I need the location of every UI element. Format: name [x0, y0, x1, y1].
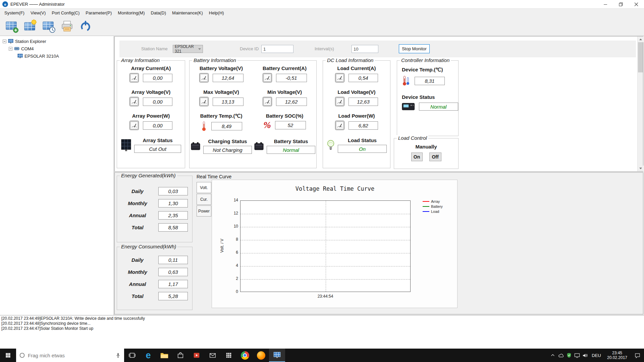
tree-item-label: Station Explorer [15, 39, 46, 44]
energy-consumed-daily-value: 0,11 [158, 256, 188, 264]
gridline [240, 227, 410, 227]
minimize-button[interactable] [598, 0, 613, 8]
y-tick: 4 [228, 263, 238, 268]
movies-app-icon [193, 352, 200, 359]
gauge-icon [199, 97, 209, 106]
restore-button[interactable] [613, 0, 629, 8]
firefox-button[interactable] [253, 349, 269, 362]
tab-power[interactable]: Power [197, 205, 211, 217]
tray-defender-button[interactable] [565, 349, 573, 362]
station-name-label: Station Name [141, 46, 168, 51]
battery-status-value: Normal [267, 146, 315, 154]
legend-swatch-battery [423, 206, 429, 207]
tray-cloud-button[interactable] [557, 349, 565, 362]
gauge-icon [129, 73, 139, 82]
movies-app-button[interactable] [189, 349, 205, 362]
array-power-value: 0,00 [143, 121, 172, 130]
gauge-icon [129, 121, 139, 130]
tree-item-epsolar-3210a[interactable]: EPSOLAR 3210A [0, 52, 114, 60]
array-power-metric: Array Power(W) 0,00 [117, 113, 185, 130]
station-name-dropdown[interactable]: EPSOLAR 321 [173, 45, 203, 53]
taskbar-search[interactable] [16, 349, 124, 362]
monitor-panel: Station Name EPSOLAR 321 Device ID Inter… [114, 36, 643, 172]
menu-data[interactable]: Data(D) [148, 9, 169, 17]
chart-title: Voltage Real Time Curve [212, 185, 458, 192]
tree-item-com4[interactable]: COM4 [0, 45, 114, 52]
group-title: Load Control [397, 135, 428, 141]
close-button[interactable] [629, 0, 644, 8]
station-monitor-button[interactable] [22, 18, 38, 34]
start-button[interactable] [0, 349, 16, 362]
menu-maintenance[interactable]: Maintenance(K) [169, 9, 206, 17]
power-button[interactable] [78, 18, 93, 34]
device-temp-value: 8,31 [415, 77, 445, 85]
search-input[interactable] [28, 353, 112, 358]
solar-panel-icon [121, 139, 131, 152]
chrome-button[interactable] [237, 349, 253, 362]
shield-icon [567, 353, 572, 358]
device-id-input[interactable] [261, 45, 293, 53]
load-on-button[interactable]: On [411, 153, 423, 161]
energy-row: Annual 2,35 [117, 211, 192, 220]
load-off-button[interactable]: Off [429, 153, 441, 161]
battery-temp-value: 8,49 [211, 122, 242, 130]
window-title: EPEVER —— Administrator [10, 2, 65, 7]
clock-time: 23:45 [604, 351, 631, 355]
controller-icon [402, 103, 415, 111]
max-voltage-value: 13,13 [213, 98, 244, 106]
energy-row: Daily 0,11 [117, 256, 192, 264]
tab-cur[interactable]: Cur. [197, 194, 211, 205]
chevron-up-icon [550, 353, 555, 358]
taskbar: e DEU 23:45 20 [0, 349, 644, 362]
mail-app-button[interactable] [205, 349, 221, 362]
energy-consumed-group: Energy Consumed(kWh) Daily 0,11 Monthly … [117, 247, 193, 310]
battery-soc-metric: Battery SOC(%) % 52 [253, 113, 316, 130]
interval-input[interactable] [352, 45, 378, 53]
add-station-button[interactable] [4, 18, 19, 34]
group-title: Array Information [120, 57, 161, 63]
stop-monitor-button[interactable]: Stop Monitor [399, 44, 430, 53]
microphone-icon[interactable] [115, 352, 121, 358]
gridline [240, 240, 410, 240]
menu-system[interactable]: System(F) [1, 9, 28, 17]
menu-parameter[interactable]: Parameter(P) [83, 9, 115, 17]
collapse-icon[interactable] [9, 47, 12, 51]
file-explorer-button[interactable] [156, 349, 172, 362]
menu-view[interactable]: View(V) [28, 9, 49, 17]
interval-label: Interval(s) [315, 46, 334, 51]
app-grid-button[interactable] [221, 349, 237, 362]
legend-entry: Battery [423, 204, 443, 208]
power-icon [78, 19, 93, 33]
tray-expand-button[interactable] [549, 349, 557, 362]
y-tick: 2 [228, 276, 238, 281]
edge-button[interactable]: e [140, 349, 156, 362]
cloud-icon [558, 353, 564, 358]
menu-port-config[interactable]: Port Config(C) [49, 9, 83, 17]
tray-volume-button[interactable] [581, 349, 589, 362]
language-indicator[interactable]: DEU [589, 353, 604, 358]
menu-monitoring[interactable]: Monitoring(M) [115, 9, 148, 17]
array-status-value: Cut Out [134, 145, 181, 153]
battery-current-metric: Battery Current(A) -0,51 [253, 65, 316, 82]
scroll-up-button[interactable] [638, 37, 643, 42]
epever-app-button[interactable] [269, 349, 285, 362]
tree-item-station-explorer[interactable]: Station Explorer [0, 38, 114, 45]
task-view-button[interactable] [124, 349, 140, 362]
print-button[interactable] [59, 18, 75, 34]
gauge-icon [263, 73, 272, 82]
action-center-button[interactable] [631, 349, 644, 362]
taskbar-clock[interactable]: 23:45 20.02.2017 [604, 351, 631, 360]
energy-generated-daily-value: 0,03 [158, 187, 188, 195]
tray-display-button[interactable] [573, 349, 581, 362]
gauge-icon [335, 121, 344, 130]
scrollbar-thumb[interactable] [638, 42, 643, 72]
store-button[interactable] [172, 349, 189, 362]
scroll-down-button[interactable] [638, 166, 643, 171]
collapse-icon[interactable] [3, 40, 6, 43]
tab-volt[interactable]: Volt. [197, 182, 211, 193]
monitor-scrollbar[interactable] [637, 37, 643, 171]
energy-generated-annual-value: 2,35 [158, 211, 188, 220]
menu-help[interactable]: Help(H) [206, 9, 227, 17]
station-time-button[interactable] [41, 18, 56, 34]
load-power-value: 6,82 [348, 121, 378, 130]
